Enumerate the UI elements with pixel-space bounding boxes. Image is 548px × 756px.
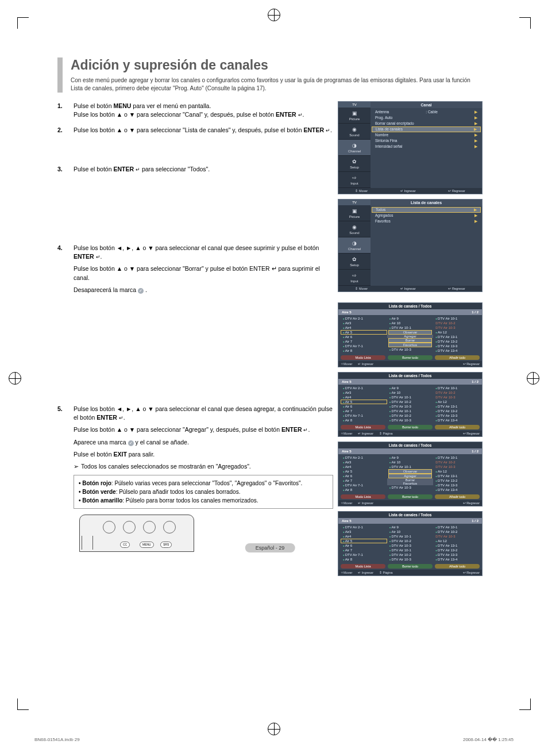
- channel-list-add-submenu: Lista de canales / TodosAire 51 / 2●DTV …: [338, 442, 483, 506]
- registration-mark-icon: [268, 723, 280, 735]
- remote-red-button-icon: [103, 521, 115, 534]
- osd-footer: ⇕ Mover↵ Ingresar↩ Regresar: [338, 188, 482, 194]
- osd-tab-channel: ◑Channel: [338, 237, 371, 254]
- registration-mark-icon: [9, 372, 21, 385]
- osd-item: Favoritos▶: [371, 218, 482, 224]
- pill-modo-lista: Modo Lista: [341, 355, 385, 360]
- osd-item: Borrar canal encriptado▶: [371, 121, 482, 126]
- clist-title: Lista de canales / Todos: [338, 303, 482, 309]
- check-icon: ✓: [128, 440, 134, 446]
- osd-lista-menu: TV ▣Picture ◉Sound ◑Channel ✿Setup ⇨Inpu…: [338, 199, 483, 292]
- clist-footer: ✧Mover↵ Ingresar↩ Regresar: [338, 361, 482, 367]
- step-number: 2.: [57, 126, 74, 135]
- crop-mark: [17, 699, 29, 710]
- check-icon: ✓: [138, 288, 144, 294]
- remote-blue-button-icon: [163, 521, 176, 534]
- osd-figures: TV ▣Picture ◉Sound ◑Channel ✿Setup ⇨Inpu…: [338, 101, 483, 581]
- input-icon: ⇨: [352, 273, 357, 278]
- remote-yellow-button-icon: [143, 521, 156, 534]
- osd-tab-picture: ▣Picture: [338, 205, 371, 221]
- step-4b: Pulse los botón ▲ o ▼ para seleccionar "…: [74, 264, 333, 282]
- osd-tab-input: ⇨Input: [338, 172, 371, 188]
- clist-subheader: Aire 51 / 2: [338, 309, 482, 315]
- color-button-box: Botón rojo: Púlselo varias veces para se…: [74, 475, 333, 509]
- registration-mark-icon: [268, 9, 280, 21]
- picture-icon: ▣: [352, 209, 357, 214]
- remote-cc-button: CC: [120, 542, 130, 548]
- channel-icon: ◑: [352, 143, 357, 148]
- submenu-observar: Observar: [388, 330, 433, 335]
- osd-tab-sound: ◉Sound: [338, 221, 371, 237]
- osd-tv-label: TV: [338, 102, 371, 108]
- osd-item: Antenna: Cable▶: [371, 109, 482, 115]
- doc-meta: BN68-01541A.indb 29 2008-04-14 �� 1:25:4…: [34, 737, 514, 742]
- osd-header: Canal: [371, 102, 482, 108]
- osd-footer: ⇕ Mover↵ Ingresar↩ Regresar: [338, 286, 482, 291]
- remote-menu-button: MENU: [140, 542, 154, 548]
- intro-text: Con este menú puede agregar y borrar los…: [71, 76, 483, 93]
- sound-icon: ◉: [352, 225, 357, 230]
- step-5-note: Todos los canales seleccionados se mostr…: [74, 462, 333, 471]
- enter-icon: ↵: [303, 427, 308, 433]
- step-number: 1.: [57, 102, 74, 110]
- osd-tab-setup: ✿Setup: [338, 254, 371, 270]
- osd-header: Lista de canales: [371, 199, 482, 206]
- enter-icon: ↵: [119, 415, 124, 421]
- channel-list-delete-submenu: Lista de canales / Todos Aire 51 / 2 ●DT…: [338, 302, 483, 367]
- osd-item-selected: Lista de canales▶: [372, 126, 481, 132]
- osd-item-selected: Todos▶: [372, 207, 481, 213]
- osd-tab-setup: ✿Setup: [338, 156, 371, 172]
- title-block: Adición y supresión de canales Con este …: [57, 57, 483, 93]
- osd-tab-sound: ◉Sound: [338, 124, 371, 140]
- setup-icon: ✿: [352, 159, 357, 164]
- enter-icon: ↵: [96, 254, 101, 260]
- remote-control-figure: CC MENU SRS: [74, 515, 200, 566]
- doc-timestamp: 2008-04-14 �� 1:25:45: [463, 737, 514, 742]
- clist-item-deleted: DTV Air 10-2: [433, 321, 480, 325]
- channel-icon: ◑: [352, 241, 357, 246]
- submenu-favoritos: Favoritos: [388, 343, 433, 347]
- setup-icon: ✿: [352, 257, 357, 262]
- remote-green-button-icon: [123, 521, 136, 534]
- crop-mark: [519, 17, 531, 29]
- clist-item-deleted: DTV Air 10-3: [433, 325, 480, 330]
- crop-mark: [519, 699, 531, 710]
- osd-tab-channel: ◑Channel: [338, 140, 371, 156]
- step-number: 5.: [57, 405, 74, 413]
- step-number: 3.: [57, 165, 74, 174]
- channel-list-after-add: Lista de canales / TodosAire 51 / 2●DTV …: [338, 511, 483, 576]
- step-number: 4.: [57, 244, 74, 252]
- sound-icon: ◉: [352, 127, 357, 132]
- picture-icon: ▣: [352, 111, 357, 116]
- doc-file: BN68-01541A.indb 29: [34, 737, 80, 742]
- pill-borrar-todo: Borrar todo: [388, 355, 433, 360]
- page-title: Adición y supresión de canales: [71, 57, 483, 73]
- remote-srs-button: SRS: [160, 542, 172, 548]
- enter-icon: ↵: [326, 128, 330, 133]
- osd-channel-menu: TV ▣Picture ◉Sound ◑Channel ✿Setup ⇨Inpu…: [338, 101, 483, 194]
- osd-item: Prog. Auto▶: [371, 115, 482, 121]
- input-icon: ⇨: [352, 175, 357, 181]
- registration-mark-icon: [527, 372, 539, 385]
- osd-tv-label: TV: [338, 199, 371, 205]
- osd-item: Nombre▶: [371, 132, 482, 138]
- enter-icon: ↵: [298, 112, 303, 118]
- enter-icon: ↵: [136, 167, 140, 172]
- osd-tab-picture: ▣Picture: [338, 108, 371, 124]
- pill-anadir-todo: Añadir todo: [435, 355, 480, 360]
- page-number: Español - 29: [245, 543, 295, 552]
- osd-tab-input: ⇨Input: [338, 270, 371, 286]
- channel-list-after-delete: Lista de canales / TodosAire 51 / 2●DTV …: [338, 372, 483, 437]
- submenu-borrar: Borrar: [388, 338, 433, 343]
- osd-item: Sintonía Fina▶: [371, 138, 482, 144]
- crop-mark: [17, 17, 29, 29]
- osd-item: Intensidad señal▶: [371, 144, 482, 149]
- osd-item: Agregados▶: [371, 213, 482, 218]
